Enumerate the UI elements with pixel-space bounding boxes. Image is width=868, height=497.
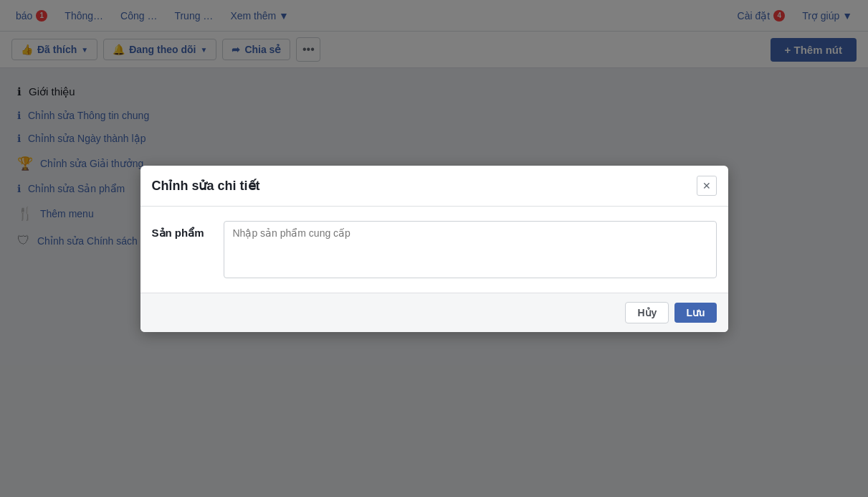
modal-header: Chỉnh sửa chi tiết ✕ bbox=[140, 166, 728, 207]
product-label: Sản phẩm bbox=[152, 221, 209, 240]
modal-body: Sản phẩm bbox=[140, 207, 728, 266]
edit-detail-modal: Chỉnh sửa chi tiết ✕ Sản phẩm Hủy Lưu bbox=[140, 166, 728, 266]
modal-title: Chỉnh sửa chi tiết bbox=[152, 178, 260, 194]
modal-overlay: Chỉnh sửa chi tiết ✕ Sản phẩm Hủy Lưu bbox=[0, 0, 868, 265]
modal-close-button[interactable]: ✕ bbox=[697, 176, 717, 196]
close-icon: ✕ bbox=[702, 180, 711, 191]
product-input[interactable] bbox=[224, 221, 717, 266]
